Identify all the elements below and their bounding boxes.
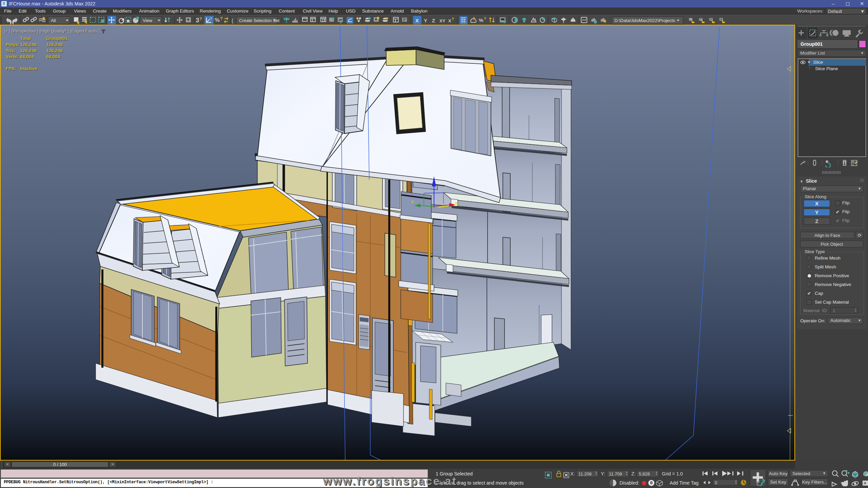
svg-text:Z: Z bbox=[432, 18, 435, 23]
svg-text:View: View bbox=[143, 18, 153, 23]
svg-text:?: ? bbox=[452, 17, 454, 21]
svg-text:X: X bbox=[415, 18, 419, 23]
svg-text:?: ? bbox=[484, 17, 486, 21]
svg-text:?: ? bbox=[199, 16, 202, 21]
svg-text:?: ? bbox=[473, 17, 475, 21]
svg-text:D:\Data\3dsMax2022\Projects: D:\Data\3dsMax2022\Projects bbox=[614, 18, 675, 23]
svg-text:All: All bbox=[51, 18, 56, 23]
svg-text:?: ? bbox=[210, 16, 212, 21]
svg-text:XY: XY bbox=[439, 18, 446, 23]
svg-text:Y: Y bbox=[411, 200, 414, 205]
svg-text:X: X bbox=[455, 201, 458, 206]
svg-text:X: X bbox=[448, 18, 451, 23]
svg-text:{: { bbox=[232, 18, 233, 23]
svg-text:3: 3 bbox=[196, 17, 199, 24]
svg-text:%: % bbox=[479, 17, 483, 23]
svg-text:Y: Y bbox=[424, 18, 427, 23]
svg-text:?: ? bbox=[463, 18, 465, 22]
svg-text:%: % bbox=[215, 17, 220, 23]
svg-text:?: ? bbox=[220, 16, 223, 21]
svg-text:Create Selection Set: Create Selection Set bbox=[239, 18, 280, 23]
